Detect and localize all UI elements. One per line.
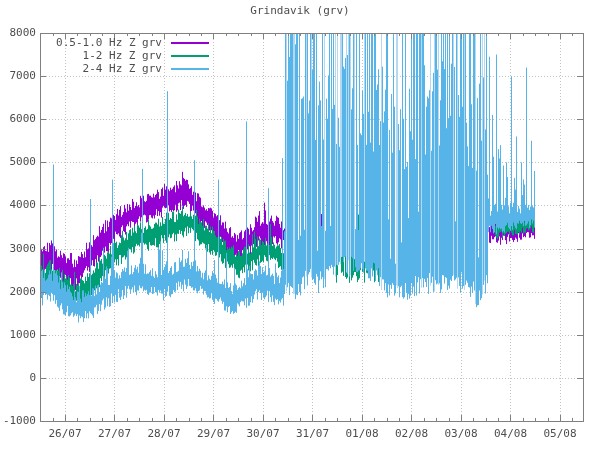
legend-label: 0.5-1.0 Hz Z grv	[44, 36, 162, 49]
y-tick-label: 5000	[0, 156, 36, 168]
x-tick-label: 26/07	[43, 428, 87, 440]
y-tick-label: 8000	[0, 27, 36, 39]
x-tick-label: 29/07	[191, 428, 235, 440]
x-tick-label: 05/08	[538, 428, 582, 440]
y-tick-label: 6000	[0, 113, 36, 125]
y-tick-label: 7000	[0, 70, 36, 82]
legend-entry: 0.5-1.0 Hz Z grv	[44, 36, 209, 49]
y-tick-label: 4000	[0, 199, 36, 211]
legend-entry: 1-2 Hz Z grv	[44, 49, 209, 62]
legend-line-sample	[171, 68, 209, 70]
y-tick-label: -1000	[0, 415, 36, 427]
legend-entry: 2-4 Hz Z grv	[44, 62, 209, 75]
legend-label: 1-2 Hz Z grv	[44, 49, 162, 62]
y-tick-label: 3000	[0, 243, 36, 255]
x-tick-label: 04/08	[488, 428, 532, 440]
x-tick-label: 02/08	[389, 428, 433, 440]
y-tick-label: 0	[0, 372, 36, 384]
legend-label: 2-4 Hz Z grv	[44, 62, 162, 75]
legend-line-sample	[171, 55, 209, 57]
x-tick-label: 03/08	[439, 428, 483, 440]
x-tick-label: 31/07	[290, 428, 334, 440]
x-tick-label: 30/07	[241, 428, 285, 440]
legend-line-sample	[171, 42, 209, 44]
legend: 0.5-1.0 Hz Z grv1-2 Hz Z grv2-4 Hz Z grv	[44, 36, 209, 75]
x-tick-label: 01/08	[340, 428, 384, 440]
y-tick-label: 2000	[0, 286, 36, 298]
chart-title: Grindavik (grv)	[0, 4, 600, 17]
y-tick-label: 1000	[0, 329, 36, 341]
x-tick-label: 27/07	[92, 428, 136, 440]
tremor-chart: Grindavik (grv) -10000100020003000400050…	[0, 0, 600, 450]
x-tick-label: 28/07	[142, 428, 186, 440]
